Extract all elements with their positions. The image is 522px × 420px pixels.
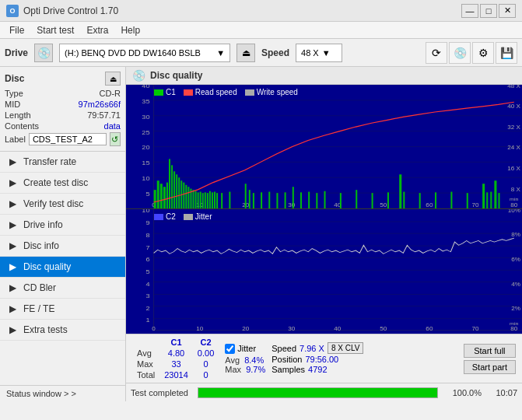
window-controls[interactable]: — □ ✕ (461, 4, 516, 18)
svg-rect-85 (490, 192, 492, 208)
maximize-button[interactable]: □ (480, 4, 497, 18)
content-header: 💿 Disc quality (126, 67, 522, 85)
toolbar-save-icon[interactable]: 💾 (496, 42, 517, 64)
position-label: Position (272, 355, 302, 364)
svg-rect-74 (356, 190, 357, 208)
svg-text:2%: 2% (511, 305, 520, 311)
sidebar-item-label: Drive info (23, 219, 63, 230)
max-label: Max (132, 359, 159, 369)
svg-rect-50 (198, 192, 199, 208)
start-full-button[interactable]: Start full (464, 344, 516, 358)
svg-rect-66 (276, 193, 278, 208)
minimize-button[interactable]: — (461, 4, 478, 18)
eject-icon[interactable]: ⏏ (236, 44, 255, 62)
close-button[interactable]: ✕ (499, 4, 516, 18)
svg-rect-45 (185, 185, 187, 208)
sidebar-item-fe-te[interactable]: ▶ FE / TE (0, 299, 125, 320)
disc-eject-button[interactable]: ⏏ (105, 72, 121, 86)
svg-text:35: 35 (142, 99, 150, 105)
svg-text:30: 30 (288, 202, 295, 208)
title-bar: O Opti Drive Control 1.70 — □ ✕ (0, 0, 522, 22)
menu-help[interactable]: Help (114, 23, 146, 37)
svg-rect-42 (178, 177, 180, 208)
svg-text:50: 50 (380, 202, 387, 208)
jitter-checkbox-row: Jitter (225, 344, 265, 354)
speed-dropdown[interactable]: 48 X ▼ (296, 44, 342, 62)
sidebar-item-disc-info[interactable]: ▶ Disc info (0, 236, 125, 257)
bottom-chart-svg: 10 9 8 7 6 5 4 3 2 1 10% 8% 6% 4% 2% (126, 209, 522, 334)
avg-c2: 0.00 (193, 348, 219, 359)
svg-text:20: 20 (242, 325, 249, 331)
read-speed-legend-color (184, 89, 193, 96)
disc-info-panel: Disc ⏏ Type CD-R MID 97m26s66f Length 79… (0, 67, 125, 152)
extra-tests-icon: ▶ (6, 324, 19, 336)
sidebar-item-extra-tests[interactable]: ▶ Extra tests (0, 320, 125, 341)
svg-rect-75 (372, 193, 373, 208)
disc-label-input[interactable] (29, 133, 107, 145)
transfer-rate-icon: ▶ (6, 156, 19, 168)
svg-rect-81 (450, 192, 452, 208)
progress-time: 10:07 (486, 388, 517, 397)
sidebar-item-create-test-disc[interactable]: ▶ Create test disc (0, 173, 125, 194)
toolbar-refresh-icon[interactable]: ⟳ (426, 42, 447, 64)
status-text: Test completed (131, 388, 193, 397)
write-speed-legend-label: Write speed (257, 88, 298, 96)
samples-label: Samples (272, 365, 305, 374)
menu-extra[interactable]: Extra (80, 23, 114, 37)
sidebar-item-label: FE / TE (23, 303, 54, 314)
speed-label: Speed (261, 47, 289, 58)
svg-rect-61 (245, 184, 247, 208)
jitter-legend-label: Jitter (195, 212, 212, 221)
c1-legend: C1 (154, 88, 176, 96)
svg-text:min: min (510, 321, 519, 326)
svg-text:40 X: 40 X (507, 103, 520, 110)
disc-mid-row: MID 97m26s66f (5, 100, 121, 109)
sidebar-item-cd-bler[interactable]: ▶ CD Bler (0, 278, 125, 299)
disc-contents-label: Contents (5, 121, 39, 131)
sidebar: Disc ⏏ Type CD-R MID 97m26s66f Length 79… (0, 67, 126, 401)
jitter-legend: Jitter (184, 212, 212, 221)
toolbar-icons: ⟳ 💿 ⚙ 💾 (426, 42, 517, 64)
toolbar-disc-icon[interactable]: 💿 (449, 42, 471, 64)
disc-mid-label: MID (5, 100, 20, 109)
svg-text:40: 40 (334, 325, 341, 331)
samples-value: 4792 (308, 365, 327, 374)
verify-test-disc-icon: ▶ (6, 198, 19, 210)
stats-bar: C1 C2 Avg 4.80 0.00 Max 33 0 Total 23014… (126, 334, 522, 383)
svg-rect-51 (200, 192, 201, 208)
disc-quality-icon: ▶ (6, 261, 19, 273)
start-part-button[interactable]: Start part (464, 360, 516, 374)
svg-text:0: 0 (152, 325, 156, 331)
drive-label: Drive (5, 47, 28, 58)
svg-text:1: 1 (145, 317, 149, 324)
drive-bar: Drive 💿 (H:) BENQ DVD DD DW1640 BSLB ▼ ⏏… (0, 39, 522, 67)
disc-label-refresh-button[interactable]: ↺ (110, 132, 121, 146)
sidebar-item-transfer-rate[interactable]: ▶ Transfer rate (0, 152, 125, 173)
menu-start-test[interactable]: Start test (30, 23, 80, 37)
sidebar-item-drive-info[interactable]: ▶ Drive info (0, 215, 125, 236)
content-area: 💿 Disc quality C1 Read speed (126, 67, 522, 401)
create-test-disc-icon: ▶ (6, 177, 19, 189)
svg-rect-69 (300, 192, 302, 208)
speed-value: 7.96 X (300, 344, 324, 353)
drive-dropdown[interactable]: (H:) BENQ DVD DD DW1640 BSLB ▼ (59, 44, 230, 62)
sidebar-item-disc-quality[interactable]: ▶ Disc quality (0, 257, 125, 278)
svg-rect-64 (261, 192, 262, 208)
svg-rect-71 (316, 193, 317, 208)
sidebar-item-verify-test-disc[interactable]: ▶ Verify test disc (0, 194, 125, 215)
svg-rect-52 (202, 193, 204, 208)
jitter-checkbox[interactable] (225, 344, 235, 354)
sidebar-item-label: Disc info (23, 240, 59, 251)
svg-text:min: min (510, 197, 519, 201)
write-speed-legend: Write speed (245, 88, 298, 96)
svg-rect-46 (187, 187, 189, 208)
disc-length-row: Length 79:57.71 (5, 110, 121, 120)
c2-legend-label: C2 (166, 212, 176, 221)
toolbar-settings-icon[interactable]: ⚙ (472, 42, 494, 64)
sidebar-item-label: Create test disc (23, 177, 88, 188)
menu-file[interactable]: File (3, 23, 30, 37)
status-window-button[interactable]: Status window > > (0, 385, 125, 401)
jitter-legend-color (184, 214, 193, 220)
svg-text:9: 9 (145, 219, 149, 226)
svg-rect-35 (160, 184, 163, 208)
